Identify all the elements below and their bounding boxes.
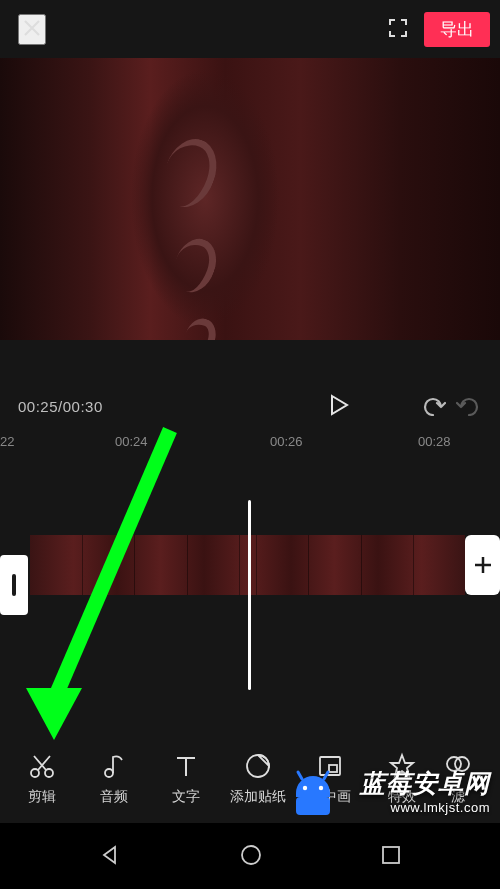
quality-button[interactable] — [386, 16, 410, 43]
playback-controls: 00:25/00:30 — [0, 378, 500, 434]
play-button[interactable] — [328, 393, 350, 420]
tool-audio[interactable]: 音频 — [78, 752, 150, 806]
export-button[interactable]: 导出 — [424, 12, 490, 47]
square-recent-icon — [380, 844, 402, 866]
watermark-title: 蓝莓安卓网 — [360, 767, 490, 800]
svg-point-2 — [105, 769, 113, 777]
add-clip-button[interactable] — [465, 535, 500, 595]
undo-button[interactable] — [420, 394, 446, 419]
nav-back-button[interactable] — [98, 843, 122, 870]
playhead[interactable] — [248, 500, 251, 690]
play-icon — [328, 393, 350, 417]
system-nav-bar — [0, 823, 500, 889]
time-display: 00:25/00:30 — [18, 398, 103, 415]
svg-point-11 — [242, 846, 260, 864]
scissors-icon — [28, 752, 56, 780]
tool-text[interactable]: 文字 — [150, 752, 222, 806]
redo-icon — [456, 394, 482, 416]
sticker-icon — [244, 752, 272, 780]
close-button[interactable] — [18, 14, 46, 45]
svg-point-8 — [303, 786, 307, 790]
timeline-ruler[interactable]: 22 00:24 00:26 00:28 — [0, 430, 500, 454]
video-preview[interactable] — [0, 58, 500, 340]
watermark: 蓝莓安卓网 www.lmkjst.com — [360, 767, 490, 815]
timeline[interactable] — [0, 455, 500, 655]
svg-point-9 — [319, 786, 323, 790]
text-icon — [172, 752, 200, 780]
music-note-icon — [100, 752, 128, 780]
tool-label: 文字 — [172, 788, 200, 806]
tool-edit[interactable]: 剪辑 — [6, 752, 78, 806]
ruler-tick: 22 — [0, 434, 14, 449]
android-logo-icon — [290, 767, 336, 817]
svg-rect-12 — [383, 847, 399, 863]
redo-button[interactable] — [456, 394, 482, 419]
ruler-tick: 00:24 — [115, 434, 148, 449]
plus-icon — [472, 554, 494, 576]
nav-recent-button[interactable] — [380, 844, 402, 869]
ruler-tick: 00:28 — [418, 434, 451, 449]
undo-icon — [420, 394, 446, 416]
tool-label: 添加贴纸 — [230, 788, 286, 806]
tool-label: 音频 — [100, 788, 128, 806]
triangle-back-icon — [98, 843, 122, 867]
svg-point-1 — [45, 769, 53, 777]
nav-home-button[interactable] — [239, 843, 263, 870]
svg-point-0 — [31, 769, 39, 777]
top-bar: 导出 — [0, 0, 500, 58]
ruler-tick: 00:26 — [270, 434, 303, 449]
tool-label: 剪辑 — [28, 788, 56, 806]
clip-start-handle[interactable] — [0, 555, 28, 615]
close-icon — [20, 16, 44, 40]
expand-icon — [386, 16, 410, 40]
app-root: 导出 00:25/00:30 22 00:24 00:26 00:28 — [0, 0, 500, 889]
circle-home-icon — [239, 843, 263, 867]
watermark-url: www.lmkjst.com — [360, 800, 490, 815]
svg-rect-10 — [296, 797, 330, 815]
tool-sticker[interactable]: 添加贴纸 — [222, 752, 294, 806]
